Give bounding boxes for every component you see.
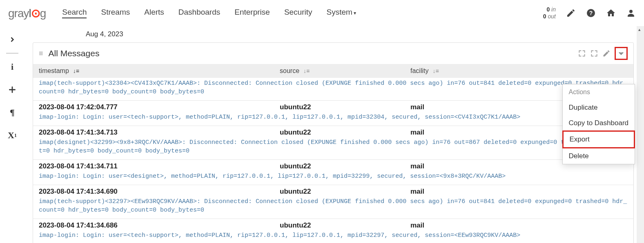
add-icon[interactable] [7, 84, 18, 95]
cell-source: ubuntu22 [280, 128, 410, 137]
col-header-timestamp[interactable]: timestamp↓≡ [39, 67, 280, 75]
cell-source: ubuntu22 [280, 221, 410, 230]
topbar-right: 0 in 0 out ? [543, 6, 636, 20]
io-out-label: out [548, 13, 556, 20]
sort-icon: ↓≡ [432, 68, 439, 74]
cell-message: imap(designet)<32299><9x8+3RQC/KV/AAAB>:… [39, 138, 628, 155]
nav-item-dashboards[interactable]: Dashboards [178, 8, 220, 18]
message-row[interactable]: 2023-08-04 17:41:34.690ubuntu22mailimap(… [33, 185, 633, 219]
widget-actions-dropdown: Actions DuplicateCopy to DashboardExport… [562, 84, 635, 164]
cell-timestamp: 2023-08-04 17:41:34.686 [39, 221, 280, 230]
cell-facility: mail [410, 221, 628, 230]
cell-message: imap(tech-support)<32297><EEw93RQC9KV/AA… [39, 197, 628, 214]
cell-timestamp: 2023-08-04 17:42:04.777 [39, 103, 280, 111]
io-stats: 0 in 0 out [543, 6, 556, 20]
col-header-source[interactable]: source↓≡ [280, 67, 410, 75]
io-out-count: 0 [543, 13, 546, 20]
nav-item-streams[interactable]: Streams [101, 8, 130, 18]
message-row[interactable]: 2023-08-04 17:41:34.686ubuntu22mailimap-… [33, 219, 633, 243]
cell-message: imap-login: Login: user=<designet>, meth… [39, 172, 628, 181]
dropdown-item-delete[interactable]: Delete [563, 148, 635, 164]
widget-header: ≡ All Messages [33, 43, 633, 64]
chevron-down-icon [617, 49, 625, 57]
cell-source: ubuntu22 [280, 162, 410, 170]
dropdown-item-copy-to-dashboard[interactable]: Copy to Dashboard [563, 115, 635, 131]
io-in-label: in [551, 6, 556, 13]
dropdown-header: Actions [563, 84, 635, 100]
edit-icon[interactable] [566, 8, 576, 18]
nav-item-system[interactable]: System [327, 8, 357, 18]
messages-widget: ≡ All Messages timestamp↓≡ source↓≡ faci… [33, 42, 634, 243]
dropdown-item-export[interactable]: Export [562, 130, 635, 148]
sidebar-divider [6, 53, 18, 53]
io-in-count: 0 [546, 6, 550, 13]
subscript-icon[interactable]: X1 [7, 130, 18, 141]
cell-message: imap-login: Login: user=<tech-support>, … [39, 113, 628, 122]
top-navbar: grayl⊙g SearchStreamsAlertsDashboardsEnt… [0, 0, 644, 26]
cell-message: imap(tech-support)<32304><CV4I3xQC7K1/AA… [39, 79, 628, 96]
cell-source: ubuntu22 [280, 188, 410, 196]
table-header-row: timestamp↓≡ source↓≡ facility↓≡ [33, 64, 633, 78]
logo[interactable]: grayl⊙g [8, 7, 46, 20]
paragraph-icon[interactable]: ¶ [7, 107, 18, 118]
dropdown-item-duplicate[interactable]: Duplicate [563, 100, 635, 115]
messages-list[interactable]: 2023-08-04 17:42:04.781ubuntu22mailimap(… [33, 78, 633, 243]
svg-text:?: ? [589, 10, 593, 16]
nav-item-search[interactable]: Search [62, 8, 87, 18]
cell-source: ubuntu22 [280, 103, 410, 111]
nav-item-alerts[interactable]: Alerts [144, 8, 164, 18]
cell-timestamp: 2023-08-04 17:41:34.711 [39, 162, 280, 170]
widget-title: All Messages [49, 49, 574, 58]
col-header-facility[interactable]: facility↓≡ [410, 67, 628, 75]
widget-edit-icon[interactable] [602, 49, 611, 57]
page-scrollbar[interactable] [637, 26, 644, 243]
sidebar: i ¶ X1 [0, 26, 25, 243]
expand-sidebar-icon[interactable] [7, 34, 18, 45]
home-icon[interactable] [606, 8, 616, 18]
message-row[interactable]: 2023-08-04 17:42:04.777ubuntu22mailimap-… [33, 101, 633, 126]
nav-item-enterprise[interactable]: Enterprise [234, 8, 270, 18]
sort-icon: ↓≡ [303, 68, 310, 74]
info-icon[interactable]: i [7, 62, 18, 72]
fullscreen-icon[interactable] [590, 49, 598, 57]
widget-menu-toggle[interactable] [615, 47, 628, 60]
main-nav: SearchStreamsAlertsDashboardsEnterpriseS… [62, 8, 543, 18]
content-area: Aug 4, 2023 ≡ All Messages timestamp↓≡ s… [25, 26, 644, 243]
svg-point-2 [629, 10, 633, 13]
user-icon[interactable] [626, 8, 636, 18]
collapse-icon[interactable] [578, 49, 586, 57]
date-label: Aug 4, 2023 [86, 30, 634, 38]
cell-timestamp: 2023-08-04 17:41:34.690 [39, 188, 280, 196]
cell-facility: mail [410, 188, 628, 196]
sort-icon: ↓≡ [73, 68, 79, 74]
message-row[interactable]: 2023-08-04 17:42:04.781ubuntu22mailimap(… [33, 78, 633, 101]
nav-item-security[interactable]: Security [284, 8, 312, 18]
drag-handle-icon[interactable]: ≡ [39, 52, 45, 55]
message-row[interactable]: 2023-08-04 17:41:34.711ubuntu22mailimap-… [33, 160, 633, 185]
message-row[interactable]: 2023-08-04 17:41:34.713ubuntu22mailimap(… [33, 126, 633, 160]
help-icon[interactable]: ? [586, 8, 596, 18]
cell-timestamp: 2023-08-04 17:41:34.713 [39, 128, 280, 137]
cell-message: imap-login: Login: user=<tech-support>, … [39, 231, 628, 240]
